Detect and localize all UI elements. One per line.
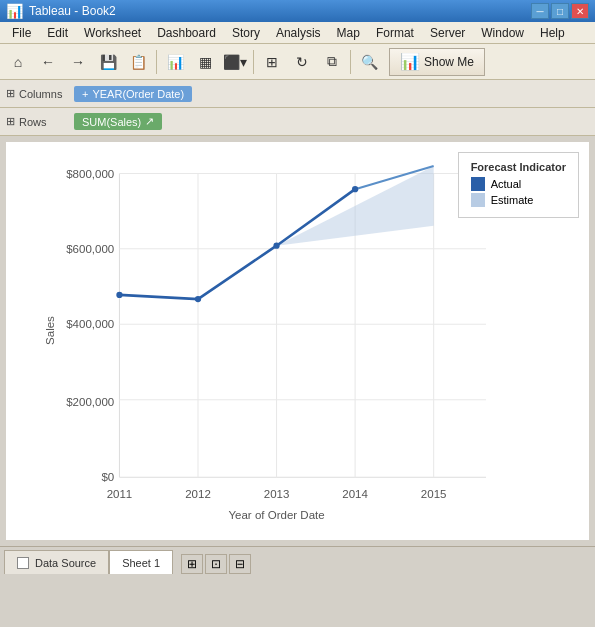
menu-format[interactable]: Format bbox=[368, 24, 422, 42]
rows-pill-arrow: ↗ bbox=[145, 115, 154, 128]
title-bar: 📊 Tableau - Book2 ─ □ ✕ bbox=[0, 0, 595, 22]
svg-text:$800,000: $800,000 bbox=[66, 168, 114, 180]
actual-line bbox=[119, 189, 355, 299]
forward-button[interactable]: → bbox=[64, 48, 92, 76]
svg-text:2015: 2015 bbox=[421, 488, 447, 500]
svg-text:2011: 2011 bbox=[107, 488, 133, 500]
legend-estimate-color bbox=[471, 193, 485, 207]
svg-text:$200,000: $200,000 bbox=[66, 396, 114, 408]
data-point-2012 bbox=[195, 296, 201, 302]
columns-label: ⊞ Columns bbox=[6, 87, 66, 100]
columns-pill-icon: + bbox=[82, 88, 88, 100]
add-sheet-button-3[interactable]: ⊟ bbox=[229, 554, 251, 574]
columns-pill-text: YEAR(Order Date) bbox=[92, 88, 184, 100]
svg-text:$600,000: $600,000 bbox=[66, 243, 114, 255]
copy-button[interactable]: 📋 bbox=[124, 48, 152, 76]
menu-help[interactable]: Help bbox=[532, 24, 573, 42]
menu-server[interactable]: Server bbox=[422, 24, 473, 42]
rows-pill[interactable]: SUM(Sales) ↗ bbox=[74, 113, 162, 130]
rows-row: ⊞ Rows SUM(Sales) ↗ bbox=[0, 108, 595, 136]
sheet1-label: Sheet 1 bbox=[122, 557, 160, 569]
filter-button[interactable]: ⧉ bbox=[318, 48, 346, 76]
data-point-2014 bbox=[352, 186, 358, 192]
rows-grid-icon: ⊞ bbox=[6, 115, 15, 128]
data-point-2011 bbox=[116, 292, 122, 298]
toolbar-separator-3 bbox=[350, 50, 351, 74]
show-me-label: Show Me bbox=[424, 55, 474, 69]
tab-bar: Data Source Sheet 1 ⊞ ⊡ ⊟ bbox=[0, 546, 595, 574]
menu-story[interactable]: Story bbox=[224, 24, 268, 42]
svg-text:2012: 2012 bbox=[185, 488, 211, 500]
menu-map[interactable]: Map bbox=[329, 24, 368, 42]
refresh-button[interactable]: ↻ bbox=[288, 48, 316, 76]
legend: Forecast Indicator Actual Estimate bbox=[458, 152, 579, 218]
toolbar-separator-1 bbox=[156, 50, 157, 74]
tab-sheet1[interactable]: Sheet 1 bbox=[109, 550, 173, 574]
svg-text:$0: $0 bbox=[101, 471, 114, 483]
svg-text:2014: 2014 bbox=[342, 488, 368, 500]
menu-bar: File Edit Worksheet Dashboard Story Anal… bbox=[0, 22, 595, 44]
maximize-button[interactable]: □ bbox=[551, 3, 569, 19]
window-controls: ─ □ ✕ bbox=[531, 3, 589, 19]
table-button[interactable]: ⊞ bbox=[258, 48, 286, 76]
bar-chart-button[interactable]: ▦ bbox=[191, 48, 219, 76]
svg-text:Sales: Sales bbox=[45, 316, 57, 345]
chart-button[interactable]: 📊 bbox=[161, 48, 189, 76]
legend-title: Forecast Indicator bbox=[471, 161, 566, 173]
show-me-button[interactable]: 📊 Show Me bbox=[389, 48, 485, 76]
toolbar: ⌂ ← → 💾 📋 📊 ▦ ⬛▾ ⊞ ↻ ⧉ 🔍 📊 Show Me bbox=[0, 44, 595, 80]
rows-label: ⊞ Rows bbox=[6, 115, 66, 128]
toolbar-separator-2 bbox=[253, 50, 254, 74]
close-button[interactable]: ✕ bbox=[571, 3, 589, 19]
search-button[interactable]: 🔍 bbox=[355, 48, 383, 76]
tab-add-buttons: ⊞ ⊡ ⊟ bbox=[181, 554, 251, 574]
data-point-2013 bbox=[273, 243, 279, 249]
legend-actual-color bbox=[471, 177, 485, 191]
show-me-icon: 📊 bbox=[400, 52, 420, 71]
svg-text:$400,000: $400,000 bbox=[66, 318, 114, 330]
columns-row: ⊞ Columns + YEAR(Order Date) bbox=[0, 80, 595, 108]
legend-actual-label: Actual bbox=[491, 178, 522, 190]
home-button[interactable]: ⌂ bbox=[4, 48, 32, 76]
tab-data-source[interactable]: Data Source bbox=[4, 550, 109, 574]
menu-window[interactable]: Window bbox=[473, 24, 532, 42]
menu-dashboard[interactable]: Dashboard bbox=[149, 24, 224, 42]
minimize-button[interactable]: ─ bbox=[531, 3, 549, 19]
data-source-checkbox[interactable] bbox=[17, 557, 29, 569]
chart-container: Forecast Indicator Actual Estimate bbox=[6, 142, 589, 540]
data-source-label: Data Source bbox=[35, 557, 96, 569]
rows-pill-text: SUM(Sales) bbox=[82, 116, 141, 128]
menu-file[interactable]: File bbox=[4, 24, 39, 42]
svg-text:2013: 2013 bbox=[264, 488, 290, 500]
add-sheet-button-1[interactable]: ⊞ bbox=[181, 554, 203, 574]
legend-actual-item: Actual bbox=[471, 177, 566, 191]
window-title: Tableau - Book2 bbox=[29, 4, 116, 18]
chart-options-button[interactable]: ⬛▾ bbox=[221, 48, 249, 76]
menu-edit[interactable]: Edit bbox=[39, 24, 76, 42]
columns-grid-icon: ⊞ bbox=[6, 87, 15, 100]
main-content: Forecast Indicator Actual Estimate bbox=[0, 136, 595, 546]
back-button[interactable]: ← bbox=[34, 48, 62, 76]
menu-analysis[interactable]: Analysis bbox=[268, 24, 329, 42]
app-icon: 📊 bbox=[6, 3, 23, 19]
save-button[interactable]: 💾 bbox=[94, 48, 122, 76]
svg-text:Year of Order Date: Year of Order Date bbox=[228, 509, 324, 521]
add-sheet-button-2[interactable]: ⊡ bbox=[205, 554, 227, 574]
legend-estimate-label: Estimate bbox=[491, 194, 534, 206]
menu-worksheet[interactable]: Worksheet bbox=[76, 24, 149, 42]
columns-pill[interactable]: + YEAR(Order Date) bbox=[74, 86, 192, 102]
legend-estimate-item: Estimate bbox=[471, 193, 566, 207]
